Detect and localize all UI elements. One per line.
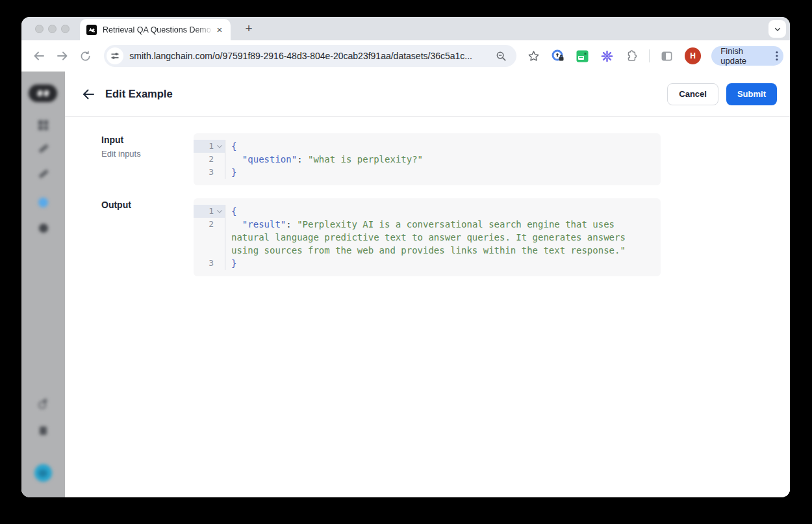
close-window-button[interactable] (35, 25, 44, 33)
gutter: 3 (194, 166, 225, 179)
gutter: 2 (194, 153, 225, 166)
code-token-key: "question" (242, 154, 297, 164)
gutter: 2 (194, 218, 225, 257)
submit-button[interactable]: Submit (726, 83, 777, 105)
panel-body: Input Edit inputs 1 { 2 "question": "wha… (65, 117, 790, 289)
code-line: } (225, 166, 661, 179)
tab-search-button[interactable] (768, 20, 786, 38)
input-label-column: Input Edit inputs (101, 133, 194, 159)
page-title: Edit Example (105, 88, 173, 100)
back-button[interactable] (31, 47, 47, 64)
sidebar-item-projects-icon[interactable] (38, 144, 48, 153)
sidebar-item-annotations-icon[interactable] (38, 169, 48, 178)
gutter-active-line: 1 (194, 205, 225, 218)
line-number: 2 (196, 218, 214, 231)
code-token (231, 154, 242, 164)
output-json-editor[interactable]: 1 { 2 "result": "Perplexity AI is a conv… (194, 198, 661, 276)
sidebar-item-settings-icon[interactable] (40, 426, 47, 435)
minimize-window-button[interactable] (48, 25, 57, 33)
code-token (231, 219, 242, 229)
input-label: Input (101, 135, 194, 145)
input-form-row: Input Edit inputs 1 { 2 "question": "wha… (101, 133, 790, 185)
code-token-key: "result" (242, 219, 286, 229)
back-navigation-button[interactable] (80, 86, 97, 103)
sidebar-user-avatar[interactable] (34, 464, 52, 482)
code-token-string: "what is perplexity?" (308, 154, 423, 164)
purple-asterisk-icon (601, 50, 613, 62)
back-arrow-icon (81, 87, 95, 101)
sidebar-item-datasets-icon-active[interactable] (38, 198, 48, 207)
url-bar[interactable]: smith.langchain.com/o/97591f89-2916-48d3… (104, 45, 516, 67)
code-line: { (225, 205, 661, 218)
browser-toolbar: smith.langchain.com/o/97591f89-2916-48d3… (21, 40, 790, 72)
sidebar-item-home-icon[interactable] (38, 120, 48, 130)
gutter-active-line: 1 (194, 140, 225, 153)
zoom-window-button[interactable] (61, 25, 70, 33)
logo-mark (43, 90, 49, 97)
bookmark-button[interactable] (527, 49, 541, 63)
code-line: "question": "what is perplexity?" (225, 153, 661, 166)
code-line: { (225, 140, 661, 153)
code-line: } (225, 257, 661, 270)
toolbar-actions: H Finish update (527, 46, 783, 66)
tab-strip: Retrieval QA Questions Demo × + (21, 17, 790, 40)
input-json-editor[interactable]: 1 { 2 "question": "what is perplexity?" … (194, 133, 661, 185)
url-text: smith.langchain.com/o/97591f89-2916-48d3… (129, 51, 494, 61)
tab-title: Retrieval QA Questions Demo (103, 25, 214, 34)
reload-button[interactable] (77, 47, 94, 64)
reload-icon (79, 50, 92, 62)
forward-arrow-icon (56, 49, 69, 62)
line-number: 3 (196, 257, 214, 270)
editor-line: 3 } (194, 166, 661, 179)
code-token: { (231, 206, 236, 216)
finish-update-label: Finish update (720, 46, 770, 66)
editor-line: 1 { (194, 205, 661, 218)
forward-button[interactable] (54, 47, 71, 64)
langsmith-logo[interactable] (29, 85, 57, 102)
edit-inputs-link[interactable]: Edit inputs (101, 149, 194, 159)
side-panel-button[interactable] (660, 49, 674, 63)
editor-line: 1 { (194, 140, 661, 153)
output-label-column: Output (101, 198, 194, 210)
loom-extension[interactable] (600, 49, 615, 63)
tune-icon (110, 51, 120, 60)
screenshot-extension[interactable] (576, 49, 590, 63)
panel-header: Edit Example Cancel Submit (65, 72, 790, 117)
output-form-row: Output 1 { 2 "result": "Perplexity AI is… (101, 198, 790, 276)
line-number: 1 (196, 205, 214, 218)
logo-mark (36, 90, 43, 97)
sidebar-item-api-keys-icon[interactable] (38, 398, 47, 407)
sidebar-item-prompts-icon[interactable] (39, 224, 48, 233)
finish-update-button[interactable]: Finish update (711, 46, 783, 66)
editor-line: 2 "result": "Perplexity AI is a conversa… (194, 218, 661, 257)
password-manager-extension[interactable] (551, 49, 565, 63)
browser-tab[interactable]: Retrieval QA Questions Demo × (80, 19, 231, 40)
editor-line: 3 } (194, 257, 661, 270)
line-number: 1 (196, 140, 214, 153)
kebab-menu-icon[interactable] (775, 50, 779, 62)
new-tab-button[interactable]: + (240, 20, 258, 38)
fold-chevron-icon[interactable] (214, 140, 225, 153)
close-tab-icon[interactable]: × (214, 24, 225, 36)
line-number: 2 (196, 153, 214, 166)
code-token: : (286, 219, 297, 229)
site-settings-button[interactable] (107, 47, 123, 64)
green-extension-icon (576, 50, 589, 62)
cancel-button[interactable]: Cancel (667, 83, 718, 105)
code-token: : (297, 154, 308, 164)
extensions-button[interactable] (624, 49, 639, 63)
profile-avatar[interactable]: H (685, 47, 702, 64)
side-panel-icon (661, 50, 673, 62)
output-label: Output (101, 200, 194, 210)
fold-chevron-icon[interactable] (214, 205, 225, 218)
toolbar-divider (649, 49, 650, 62)
code-token: } (231, 167, 236, 177)
zoom-level-button[interactable] (494, 49, 509, 63)
browser-window: Retrieval QA Questions Demo × + smith.la… (21, 17, 790, 497)
magnifier-minus-icon (496, 51, 507, 62)
line-number: 3 (196, 166, 214, 179)
window-controls (35, 17, 70, 40)
app-sidebar (21, 72, 65, 497)
code-token: } (231, 258, 236, 269)
code-line: "result": "Perplexity AI is a conversati… (225, 218, 661, 257)
